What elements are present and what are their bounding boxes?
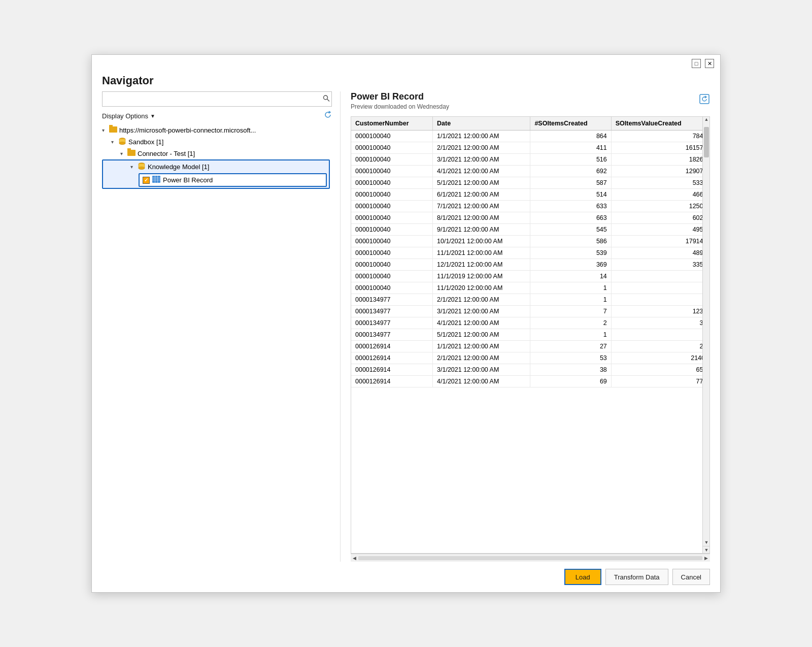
left-panel: Display Options ▼ ▾ — [102, 91, 341, 562]
table-cell: 1 — [530, 294, 611, 306]
table-cell — [611, 282, 709, 294]
table-row: 00001000406/1/2021 12:00:00 AM514466. — [351, 189, 709, 201]
table-cell: 516 — [530, 154, 611, 166]
table-cell: 586 — [530, 236, 611, 247]
table-row: 00001269142/1/2021 12:00:00 AM532140 — [351, 352, 709, 364]
table-row: 00001000403/1/2021 12:00:00 AM5161826. — [351, 154, 709, 166]
table-cell: 0000126914 — [351, 352, 433, 364]
horizontal-scrollbar[interactable]: ◀ ▶ — [351, 554, 710, 562]
scroll-up-arrow[interactable]: ▲ — [703, 117, 710, 122]
table-cell: 14 — [530, 271, 611, 282]
dialog-title: Navigator — [92, 68, 720, 91]
preview-refresh-icon[interactable] — [699, 93, 710, 107]
search-input[interactable] — [102, 91, 332, 107]
tree-item-power-bi-record[interactable]: ✓ Power BI Record — [139, 173, 327, 187]
tree-item-knowledge-model-container: ▾ Knowledge Model [1] ✓ — [102, 159, 330, 189]
tree-item-sandbox[interactable]: ▾ Sandbox [1] — [102, 136, 332, 148]
svg-point-3 — [119, 142, 125, 145]
dialog-footer: Load Transform Data Cancel — [92, 562, 720, 592]
right-panel: Power BI Record Preview downloaded on We… — [341, 91, 710, 562]
table-cell: 864 — [530, 131, 611, 142]
table-cell: 514 — [530, 189, 611, 201]
tree-item-connector[interactable]: ▾ Connector - Test [1] — [102, 148, 332, 159]
load-button[interactable]: Load — [564, 569, 601, 585]
table-cell: 0000100040 — [351, 154, 433, 166]
toggle-icon-km: ▾ — [130, 164, 138, 170]
table-cell: 784. — [611, 131, 709, 142]
minimize-button[interactable]: □ — [692, 59, 701, 68]
col-header-1: Date — [433, 117, 530, 131]
table-cell: 495. — [611, 224, 709, 236]
toggle-icon-sandbox: ▾ — [111, 139, 118, 145]
svg-point-5 — [139, 167, 145, 170]
h-scroll-right-arrow[interactable]: ▶ — [704, 556, 708, 561]
close-button[interactable]: ✕ — [705, 59, 714, 68]
table-cell: 2140 — [611, 352, 709, 364]
table-cell: 11/1/2019 12:00:00 AM — [433, 271, 530, 282]
table-cell: 6/1/2021 12:00:00 AM — [433, 189, 530, 201]
h-scroll-track[interactable] — [358, 556, 702, 560]
table-row: 000010004011/1/2020 12:00:00 AM1 — [351, 282, 709, 294]
table-cell: 4/1/2021 12:00:00 AM — [433, 166, 530, 177]
table-cell: 0000100040 — [351, 142, 433, 154]
table-cell: 7/1/2021 12:00:00 AM — [433, 201, 530, 212]
transform-data-button[interactable]: Transform Data — [605, 569, 668, 585]
table-row: 00001269143/1/2021 12:00:00 AM3865: — [351, 364, 709, 376]
table-cell: 0000134977 — [351, 329, 433, 341]
checkbox-power-bi-record[interactable]: ✓ — [143, 177, 150, 184]
table-cell: 411 — [530, 142, 611, 154]
table-cell: 0000100040 — [351, 166, 433, 177]
svg-rect-6 — [152, 176, 160, 183]
refresh-button[interactable] — [324, 111, 332, 121]
table-cell: 8/1/2021 12:00:00 AM — [433, 212, 530, 224]
table-row: 00001000407/1/2021 12:00:00 AM6331250. — [351, 201, 709, 212]
table-cell: 1/1/2021 12:00:00 AM — [433, 341, 530, 352]
table-row: 000010004010/1/2021 12:00:00 AM58617914. — [351, 236, 709, 247]
toggle-icon-connector: ▾ — [120, 151, 127, 156]
table-cell: 0000100040 — [351, 271, 433, 282]
table-row: 00001349774/1/2021 12:00:00 AM23: — [351, 317, 709, 329]
title-bar-controls: □ ✕ — [692, 59, 714, 68]
tree-item-knowledge-model[interactable]: ▾ Knowledge Model [1] — [103, 160, 329, 173]
data-table-scroll[interactable]: CustomerNumber Date #SOItemsCreated SOIt… — [351, 117, 709, 553]
table-cell: 0000100040 — [351, 131, 433, 142]
table-cell: 633 — [530, 201, 611, 212]
table-row: 00001269141/1/2021 12:00:00 AM272. — [351, 341, 709, 352]
table-cell: 1250. — [611, 201, 709, 212]
table-cell: 1 — [530, 329, 611, 341]
table-row: 00001349773/1/2021 12:00:00 AM7123: — [351, 306, 709, 317]
table-cell: 5/1/2021 12:00:00 AM — [433, 177, 530, 189]
folder-icon — [109, 126, 119, 134]
svg-rect-9 — [152, 178, 160, 178]
table-cell — [611, 294, 709, 306]
table-cell: 3: — [611, 317, 709, 329]
db-icon-sandbox — [118, 137, 126, 147]
tree-item-root[interactable]: ▾ https://microsoft-powerbi-connector.mi… — [102, 125, 332, 136]
scroll-down-arrow[interactable]: ▼ — [703, 540, 710, 545]
col-header-2: #SOItemsCreated — [530, 117, 611, 131]
search-button[interactable] — [323, 95, 330, 104]
tree-label-sandbox: Sandbox [1] — [128, 138, 330, 146]
col-header-3: SOItemsValueCreated — [611, 117, 709, 131]
table-cell: 123: — [611, 306, 709, 317]
table-cell — [611, 329, 709, 341]
table-cell: 10/1/2021 12:00:00 AM — [433, 236, 530, 247]
table-row: 000010004011/1/2019 12:00:00 AM14 — [351, 271, 709, 282]
display-options-button[interactable]: Display Options ▼ — [102, 112, 155, 120]
search-box-wrap — [102, 91, 332, 107]
refresh-icon — [324, 111, 332, 119]
table-cell: 0000100040 — [351, 236, 433, 247]
table-cell: 0000100040 — [351, 201, 433, 212]
cancel-button[interactable]: Cancel — [672, 569, 710, 585]
preview-title: Power BI Record — [351, 91, 449, 102]
tree-label-connector: Connector - Test [1] — [138, 150, 330, 157]
table-icon-power-bi — [152, 176, 160, 184]
h-scroll-left-arrow[interactable]: ◀ — [353, 556, 356, 561]
table-row: 00001000405/1/2021 12:00:00 AM587533. — [351, 177, 709, 189]
scrollbar-thumb[interactable] — [704, 127, 709, 157]
table-cell: 2. — [611, 341, 709, 352]
table-cell: 0000100040 — [351, 177, 433, 189]
table-cell: 7 — [530, 306, 611, 317]
display-options-arrow: ▼ — [150, 113, 155, 119]
vertical-scrollbar[interactable]: ▲ ▼ ▼ — [702, 117, 709, 553]
